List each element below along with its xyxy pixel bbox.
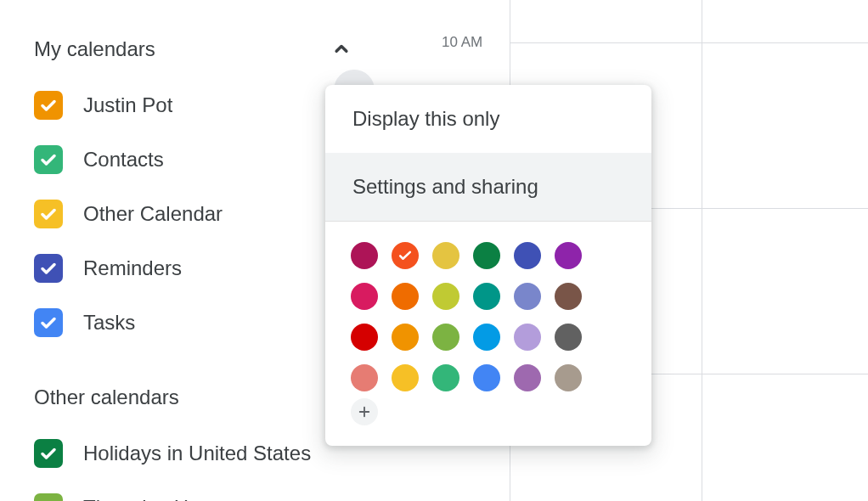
color-swatch[interactable] [432, 324, 459, 351]
calendar-checkbox[interactable] [34, 308, 63, 337]
color-swatch[interactable] [351, 324, 378, 351]
calendar-label: Other Calendar [83, 202, 223, 226]
add-custom-color-button[interactable] [351, 398, 378, 425]
calendar-options-popup: Display this only Settings and sharing [325, 85, 651, 446]
color-swatch[interactable] [392, 324, 419, 351]
color-swatch[interactable] [351, 364, 378, 391]
color-swatch[interactable] [514, 283, 541, 310]
calendar-label: Justin Pot [83, 93, 172, 117]
calendar-label: Contacts [83, 148, 164, 172]
other-calendars-header[interactable]: Other calendars [0, 374, 374, 421]
calendar-checkbox[interactable] [34, 439, 63, 468]
calendar-label: Holidays in United States [83, 442, 311, 465]
color-swatch[interactable] [555, 364, 582, 391]
color-swatch[interactable] [392, 364, 419, 391]
calendar-label: Tasks [83, 311, 135, 335]
calendar-checkbox[interactable] [34, 145, 63, 174]
calendar-item[interactable]: Other Calendar [0, 187, 374, 241]
color-swatch[interactable] [514, 364, 541, 391]
time-label: 10 AM [442, 34, 482, 51]
color-swatch[interactable] [555, 242, 582, 269]
menu-settings-and-sharing[interactable]: Settings and sharing [325, 153, 651, 221]
color-swatch[interactable] [514, 324, 541, 351]
color-swatch[interactable] [514, 242, 541, 269]
other-calendars-list: Holidays in United StatesThursday Hangou… [0, 421, 374, 501]
color-swatch-grid [325, 222, 651, 398]
calendar-item[interactable]: Holidays in United States [0, 426, 374, 481]
calendar-label: Thursday Hangout [83, 496, 251, 501]
chevron-up-icon[interactable] [324, 32, 358, 66]
other-calendars-title: Other calendars [34, 386, 179, 409]
calendar-checkbox[interactable] [34, 493, 63, 501]
calendar-item[interactable]: Reminders [0, 241, 374, 296]
color-swatch[interactable] [473, 364, 500, 391]
calendar-item[interactable]: Tasks [0, 296, 374, 350]
my-calendars-title: My calendars [34, 37, 155, 61]
color-swatch[interactable] [555, 324, 582, 351]
my-calendars-header[interactable]: My calendars [0, 25, 374, 73]
color-swatch[interactable] [351, 283, 378, 310]
color-swatch[interactable] [473, 242, 500, 269]
calendar-item[interactable]: Contacts [0, 132, 374, 187]
calendar-item[interactable]: Justin Pot [0, 78, 374, 132]
color-swatch[interactable] [555, 283, 582, 310]
color-swatch[interactable] [432, 364, 459, 391]
calendar-sidebar: My calendars Justin PotContactsOther Cal… [0, 0, 374, 501]
color-swatch[interactable] [473, 324, 500, 351]
color-swatch[interactable] [473, 283, 500, 310]
calendar-checkbox[interactable] [34, 91, 63, 120]
my-calendars-list: Justin PotContactsOther CalendarReminder… [0, 73, 374, 350]
color-swatch[interactable] [432, 283, 459, 310]
menu-display-this-only[interactable]: Display this only [325, 85, 651, 153]
color-swatch[interactable] [392, 283, 419, 310]
calendar-label: Reminders [83, 256, 182, 280]
color-swatch[interactable] [351, 242, 378, 269]
calendar-checkbox[interactable] [34, 254, 63, 283]
color-swatch[interactable] [392, 242, 419, 269]
calendar-item[interactable]: Thursday Hangout [0, 481, 374, 501]
color-swatch[interactable] [432, 242, 459, 269]
calendar-checkbox[interactable] [34, 200, 63, 228]
